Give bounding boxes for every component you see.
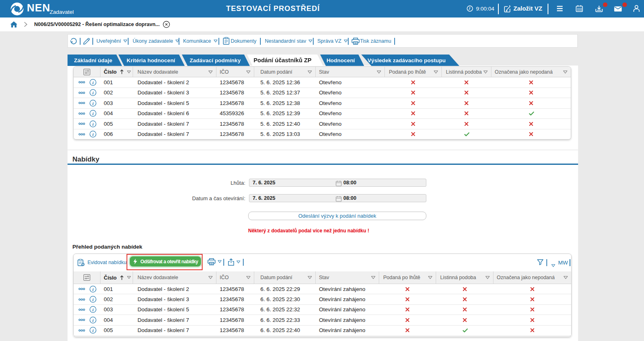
svg-text:i: i: [92, 80, 94, 85]
svg-text:i: i: [92, 297, 94, 302]
svg-text:i: i: [92, 90, 94, 95]
svg-text:i: i: [92, 307, 94, 312]
svg-text:i: i: [92, 121, 94, 126]
svg-text:i: i: [92, 101, 94, 105]
svg-text:i: i: [92, 286, 94, 291]
svg-text:i: i: [92, 317, 94, 322]
svg-text:i: i: [92, 328, 94, 333]
svg-text:i: i: [92, 111, 94, 116]
svg-text:i: i: [92, 132, 94, 137]
